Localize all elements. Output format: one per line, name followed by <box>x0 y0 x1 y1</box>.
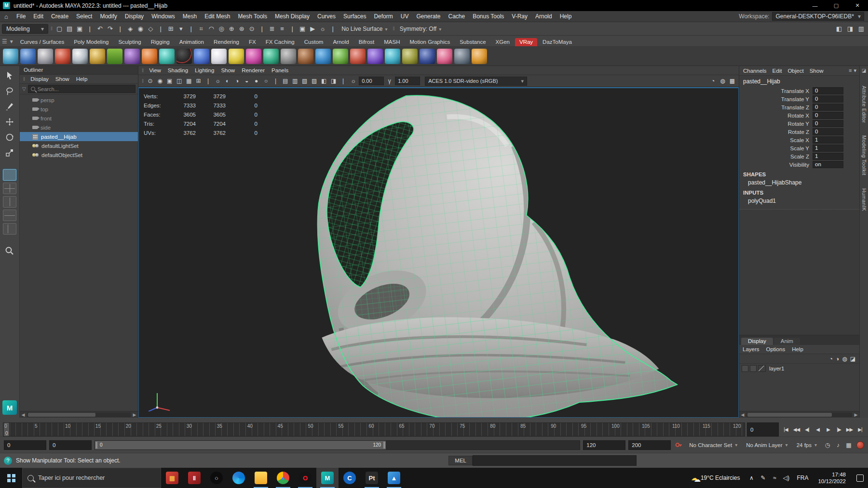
live-surface-indicator[interactable]: No Live Surface <box>339 26 390 32</box>
mel-toggle-button[interactable]: MEL <box>448 456 473 465</box>
status-icon[interactable]: | <box>257 24 267 34</box>
workspace-dropdown[interactable]: General-DESKTOP-C96IEDB* <box>772 12 864 21</box>
channel-value-field[interactable]: 0 <box>813 128 843 135</box>
viewport-toolbar-icon[interactable]: | <box>271 77 280 86</box>
layer-editor-scrollbar[interactable]: ◀ ▶ <box>739 411 859 418</box>
taskbar-app-icon[interactable] <box>228 468 250 488</box>
playback-button[interactable]: ◀◀ <box>791 424 801 435</box>
tray-icon[interactable]: ∧ <box>746 468 757 488</box>
playback-end-field[interactable]: 120 <box>583 440 625 450</box>
menu-item[interactable]: Generate <box>412 13 444 20</box>
menu-item[interactable]: Edit <box>29 13 47 20</box>
sidebar-toggle-icon[interactable]: ▥ <box>856 24 866 34</box>
sidebar-tab-humanik[interactable]: HumanIK <box>861 188 867 211</box>
viewport-toolbar-icon[interactable]: ⊞ <box>194 77 203 86</box>
shelf-tool-icon[interactable] <box>281 49 296 64</box>
viewport-toolbar-icon[interactable]: | <box>339 77 348 86</box>
scroll-left-icon[interactable]: ◀ <box>20 412 27 417</box>
taskbar-app-icon[interactable]: ▲ <box>383 468 405 488</box>
channel-label[interactable]: Rotate X <box>739 113 813 119</box>
layer-editor-tab[interactable]: Display <box>741 338 773 345</box>
fps-dropdown[interactable]: 24 fps <box>794 440 820 450</box>
shape-node-name[interactable]: pasted__HijabShape <box>739 178 859 187</box>
playback-button[interactable]: ◀ <box>813 424 823 435</box>
channel-box-menu-item[interactable]: Object <box>785 68 806 74</box>
menu-item[interactable]: Edit Mesh <box>201 13 234 20</box>
tray-icon[interactable]: ◁) <box>780 468 792 488</box>
start-button[interactable] <box>0 468 22 488</box>
viewport-toolbar-icon[interactable]: ◑ <box>232 77 242 86</box>
channel-value-field[interactable]: 1 <box>813 145 843 152</box>
status-icon[interactable]: ◈ <box>125 24 135 34</box>
menu-item[interactable]: Mesh <box>179 13 201 20</box>
status-icon[interactable]: | <box>186 24 196 34</box>
shelf-tool-icon[interactable] <box>159 49 175 64</box>
status-icon[interactable]: ▤ <box>65 24 74 34</box>
viewport-toolbar-icon[interactable]: ◐ <box>223 77 232 86</box>
taskbar-search-input[interactable]: Taper ici pour rechercher <box>22 468 161 488</box>
scale-tool-icon[interactable] <box>2 146 17 159</box>
shelf-tab[interactable]: Animation <box>175 38 208 46</box>
layer-editor-toolbar-icon[interactable]: ◍ <box>842 356 847 362</box>
notification-center-button[interactable] <box>852 475 868 482</box>
taskbar-app-icon[interactable]: C <box>339 468 361 488</box>
outliner-horizontal-scrollbar[interactable]: ◀ ▶ <box>20 411 138 418</box>
shelf-tab[interactable]: Poly Modeling <box>69 38 113 46</box>
status-icon[interactable]: ⊛ <box>237 24 246 34</box>
time-slider-track[interactable]: 0510152025303540455055606570758085909510… <box>3 422 745 436</box>
viewport-canvas[interactable]: Verts: 3729 3729 0 Edges: 7333 7333 0 <box>138 87 739 418</box>
shelf-tab[interactable]: Rigging <box>147 38 174 46</box>
viewport-menu-item[interactable]: View <box>146 67 164 73</box>
playback-option-icon[interactable]: ◷ <box>823 440 832 450</box>
layer-editor-menu-item[interactable]: Options <box>763 346 789 352</box>
gamma-field[interactable]: 1.00 <box>395 77 420 85</box>
layer-editor-tab[interactable]: Anim <box>774 338 800 345</box>
status-icon[interactable]: ↷ <box>105 24 115 34</box>
menu-item[interactable]: Arnold <box>531 13 556 20</box>
channel-label[interactable]: Translate X <box>739 88 813 94</box>
gamma-icon[interactable]: γ <box>385 77 394 86</box>
channel-value-field[interactable]: 0 <box>813 112 843 119</box>
viewport-toolbar-icon[interactable]: ▥ <box>290 77 299 86</box>
outliner-item[interactable]: defaultObjectSet <box>20 150 138 159</box>
layout-single-pane-button[interactable] <box>3 169 16 181</box>
channel-box-header-icon[interactable]: ≡ <box>849 67 852 74</box>
shelf-tool-icon[interactable] <box>333 49 348 64</box>
shelf-tool-icon[interactable] <box>38 49 53 64</box>
viewport-toolbar-icon[interactable]: ▣ <box>165 77 174 86</box>
channel-label[interactable]: Rotate Y <box>739 121 813 127</box>
shelf-tool-icon[interactable] <box>437 49 452 64</box>
taskbar-app-icon[interactable] <box>250 468 272 488</box>
menu-item[interactable]: Windows <box>148 13 179 20</box>
menu-item[interactable]: Curves <box>313 13 339 20</box>
status-icon[interactable]: ▣ <box>75 24 84 34</box>
shelf-tool-icon[interactable] <box>454 49 470 64</box>
shelf-tab[interactable]: Bifrost <box>354 38 379 46</box>
minimize-button[interactable]: — <box>804 0 826 11</box>
outliner-item[interactable]: defaultLightSet <box>20 141 138 150</box>
outliner-item[interactable]: pasted__Hijab <box>20 132 138 141</box>
viewport-toolbar-icon[interactable]: ◉ <box>155 77 164 86</box>
mel-command-input[interactable] <box>473 455 637 466</box>
layer-editor-toolbar-icon[interactable]: ◪ <box>850 356 855 362</box>
taskbar-app-icon[interactable]: ● <box>272 468 294 488</box>
sidebar-toggle-icon[interactable]: ◨ <box>845 24 855 34</box>
channel-label[interactable]: Scale Y <box>739 145 813 151</box>
viewport-toolbar-icon[interactable]: | <box>203 77 213 86</box>
viewport-toolbar-icon[interactable]: ▨ <box>310 77 319 86</box>
status-icon[interactable]: ☼ <box>318 24 327 34</box>
viewport-toolbar-icon[interactable]: ◫ <box>175 77 184 86</box>
viewport-toolbar-icon[interactable]: ● <box>252 77 261 86</box>
grip-icon[interactable]: ‖ <box>49 26 54 31</box>
menu-item[interactable]: UV <box>397 13 413 20</box>
animation-start-field[interactable]: 0 <box>4 440 46 450</box>
shelf-tool-icon[interactable] <box>142 49 157 64</box>
status-icon[interactable]: ▣ <box>298 24 307 34</box>
viewport-toolbar-icon[interactable]: ◒ <box>242 77 251 86</box>
shelf-tool-icon[interactable] <box>298 49 313 64</box>
paint-select-tool-icon[interactable] <box>2 100 17 113</box>
colorspace-dropdown[interactable]: ACES 1.0 SDR-video (sRGB) <box>425 77 527 86</box>
channel-box-menu-item[interactable]: Show <box>807 68 827 74</box>
shelf-tool-icon[interactable] <box>211 49 227 64</box>
weather-widget[interactable]: ☁ 19°C Eclaircies <box>686 474 745 482</box>
